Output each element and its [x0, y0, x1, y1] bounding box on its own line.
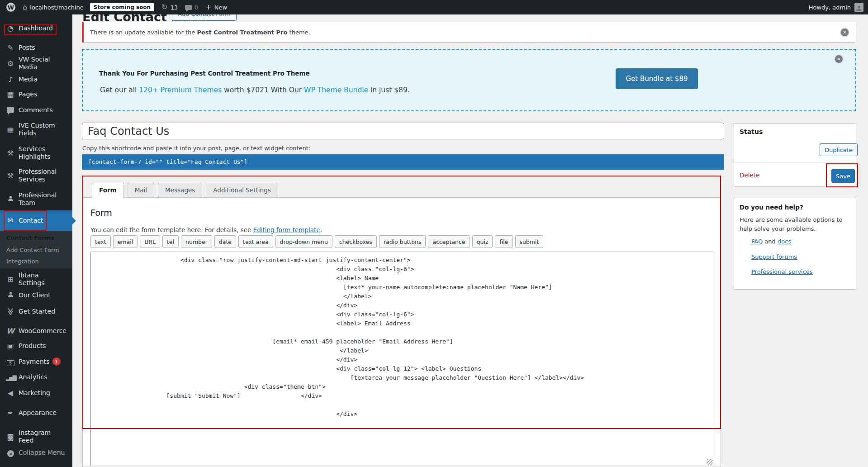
sidebar-item-contact[interactable]: ✉ Contact: [0, 210, 72, 231]
save-button[interactable]: Save: [831, 169, 855, 183]
tag-quiz-button[interactable]: quiz: [472, 235, 493, 248]
sidebar-item-ive-custom-fields[interactable]: ▦ IVE Custom Fields: [0, 120, 72, 138]
tag-file-button[interactable]: file: [495, 235, 512, 248]
sidebar-item-vw-social-media[interactable]: ⚙ VW Social Media: [0, 58, 72, 69]
tag-tel-button[interactable]: tel: [162, 235, 179, 248]
sidebar-item-products[interactable]: ▣ Products: [0, 340, 72, 351]
media-icon: ♪: [6, 75, 15, 84]
new-content-menu[interactable]: + New: [205, 4, 227, 11]
plugin-icon: ⊞: [6, 275, 15, 284]
updates-icon: ↻: [161, 4, 167, 11]
wp-theme-bundle-link[interactable]: WP Theme Bundle: [304, 86, 368, 94]
collapse-arrow-icon: ◂: [6, 448, 15, 457]
sidebar-item-instagram-feed[interactable]: ◙ Instagram Feed: [0, 431, 72, 442]
sidebar-item-professional-services[interactable]: ⚒ Professional Services: [0, 167, 72, 185]
tag-email-button[interactable]: email: [113, 235, 138, 248]
collapse-menu[interactable]: ◂ Collapse Menu: [0, 447, 72, 458]
form-section-heading: Form: [90, 208, 112, 218]
shortcode-hint: Copy this shortcode and paste it into yo…: [82, 145, 310, 152]
shortcode-box[interactable]: [contact-form-7 id="" title="Faq Contact…: [82, 154, 724, 170]
sidebar-item-marketing[interactable]: ◀ Marketing: [0, 387, 72, 398]
sidebar-item-payments[interactable]: $ Payments 1: [0, 356, 72, 367]
sidebar-item-get-started[interactable]: ≫ Get Started: [0, 306, 72, 317]
get-bundle-button[interactable]: Get Bundle at $89: [616, 68, 698, 89]
notice-close-icon[interactable]: ✕: [841, 29, 849, 36]
tag-dropdown-button[interactable]: drop-down menu: [275, 235, 332, 248]
camera-icon: ◙: [6, 433, 15, 441]
comment-bubble-icon: [185, 5, 192, 10]
tag-submit-button[interactable]: submit: [515, 235, 544, 248]
editing-form-template-link[interactable]: Editing form template: [253, 226, 320, 234]
bar-chart-icon: ▂▅▇: [6, 373, 15, 381]
promo-close-icon[interactable]: ✕: [835, 55, 843, 63]
person-icon: [6, 195, 15, 204]
help-heading: Do you need help?: [740, 204, 803, 211]
form-title-input[interactable]: [82, 123, 724, 139]
support-forums-link[interactable]: Support forums: [751, 253, 797, 260]
delete-link[interactable]: Delete: [740, 172, 759, 179]
form-template-textarea[interactable]: <div class="row justify-content-md-start…: [90, 252, 713, 466]
tag-acceptance-button[interactable]: acceptance: [428, 235, 470, 248]
editor-tabs: Form Mail Messages Additional Settings: [92, 183, 278, 198]
envelope-icon: ✉: [6, 216, 15, 225]
sidebar-item-posts[interactable]: ✎ Posts: [0, 42, 72, 53]
tag-textarea-button[interactable]: text area: [238, 235, 273, 248]
updates-count: 13: [171, 4, 178, 11]
tag-date-button[interactable]: date: [214, 235, 236, 248]
tag-url-button[interactable]: URL: [140, 235, 160, 248]
comments-icon: [6, 106, 15, 114]
admin-bar: W ⌂ localhost/machine Store coming soon …: [0, 0, 868, 14]
sidebar-item-services-highlights[interactable]: ⚒ Services Highlights: [0, 144, 72, 162]
tag-text-button[interactable]: text: [90, 235, 111, 248]
sidebar-item-pages[interactable]: ▤ Pages: [0, 89, 72, 100]
premium-themes-link[interactable]: 120+ Premium Themes: [139, 86, 222, 94]
comments-count: 0: [194, 4, 198, 11]
sidebar-item-dashboard[interactable]: ◔ Dashboard: [0, 23, 72, 33]
comments-menu[interactable]: 0: [185, 4, 198, 11]
site-menu[interactable]: ⌂ localhost/machine: [23, 4, 84, 11]
updates-menu[interactable]: ↻ 13: [161, 4, 178, 11]
sidebar-item-media[interactable]: ♪ Media: [0, 74, 72, 85]
sidebar-item-ibtana-settings[interactable]: ⊞ Ibtana Settings: [0, 274, 72, 285]
store-coming-soon-badge: Store coming soon: [90, 3, 154, 11]
submenu-add-contact-form[interactable]: Add Contact Form: [6, 247, 59, 253]
dollar-icon: $: [6, 357, 15, 366]
wrench-icon: ⚒: [6, 149, 15, 157]
person-icon: [6, 291, 15, 300]
sidebar-item-our-client[interactable]: Our Client: [0, 290, 72, 300]
status-heading: Status: [740, 128, 763, 135]
pin-icon: ✎: [6, 43, 15, 52]
sidebar-item-analytics[interactable]: ▂▅▇ Analytics: [0, 372, 72, 382]
tab-mail[interactable]: Mail: [128, 183, 154, 197]
tag-generator-row: text email URL tel number date text area…: [90, 235, 543, 248]
pages-icon: ▤: [6, 90, 15, 99]
tab-messages[interactable]: Messages: [158, 183, 202, 197]
docs-link[interactable]: docs: [778, 238, 791, 245]
textarea-resize-handle[interactable]: [707, 459, 713, 465]
sidebar-item-comments[interactable]: Comments: [0, 105, 72, 115]
gear-icon: ⚙: [6, 59, 15, 68]
sidebar-item-professional-team[interactable]: Professional Team: [0, 190, 72, 208]
grid-icon: ▦: [6, 125, 15, 134]
admin-sidebar: ◔ Dashboard ✎ Posts ⚙ VW Social Media ♪ …: [0, 14, 72, 467]
wordpress-logo-icon[interactable]: W: [6, 3, 15, 12]
faq-link[interactable]: FAQ: [751, 238, 763, 245]
brush-icon: ✒: [6, 409, 15, 417]
sidebar-item-appearance[interactable]: ✒ Appearance: [0, 407, 72, 418]
tag-checkboxes-button[interactable]: checkboxes: [335, 235, 377, 248]
avatar[interactable]: [854, 3, 863, 12]
sidebar-item-woocommerce[interactable]: W WooCommerce: [0, 325, 72, 336]
tag-number-button[interactable]: number: [181, 235, 212, 248]
professional-services-link[interactable]: Professional services: [751, 268, 813, 275]
howdy-account-menu[interactable]: Howdy, admin: [809, 4, 851, 11]
tab-form[interactable]: Form: [92, 183, 124, 198]
chevrons-icon: ≫: [6, 307, 15, 316]
duplicate-button[interactable]: Duplicate: [820, 143, 858, 156]
form-description: You can edit the form template here. For…: [90, 226, 322, 234]
submenu-contact-forms[interactable]: Contact Forms: [6, 234, 54, 241]
tag-radio-buttons-button[interactable]: radio buttons: [379, 235, 426, 248]
professional-services-row: Professional services: [751, 268, 813, 275]
tab-additional-settings[interactable]: Additional Settings: [206, 183, 278, 197]
submenu-integration[interactable]: Integration: [6, 258, 39, 265]
box-icon: ▣: [6, 342, 15, 350]
